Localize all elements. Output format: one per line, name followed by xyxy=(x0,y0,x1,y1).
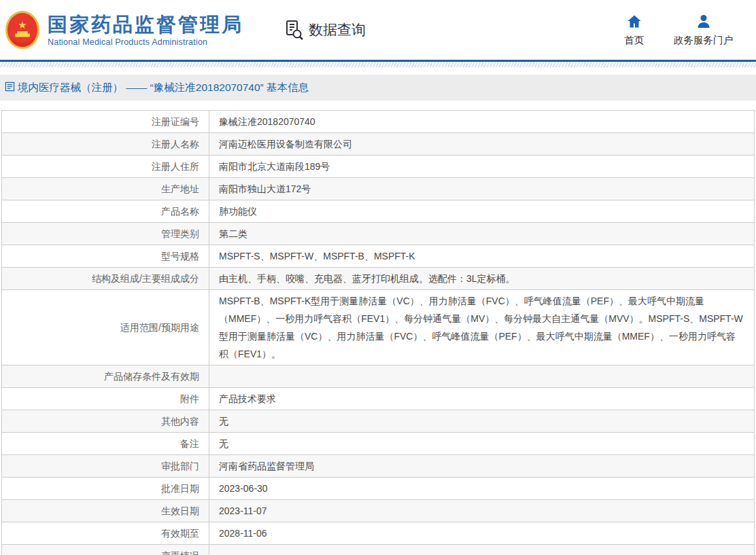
field-label: 生产地址 xyxy=(2,178,209,200)
field-label: 产品名称 xyxy=(2,200,209,223)
table-row: 备注 无 xyxy=(2,433,755,455)
table-row: 生产地址 南阳市独山大道172号 xyxy=(2,178,755,200)
field-value: 2023-06-30 xyxy=(209,478,755,500)
field-value: MSPFT-B、MSPFT-K型用于测量肺活量（VC）、用力肺活量（FVC）、呼… xyxy=(209,290,755,365)
table-row: 产品名称 肺功能仪 xyxy=(2,200,755,223)
field-value: 2028-11-06 xyxy=(209,522,755,545)
nav-service-portal[interactable]: 政务服务门户 xyxy=(674,14,733,47)
nav-home[interactable]: 首页 xyxy=(624,14,644,47)
field-value xyxy=(209,545,755,555)
document-search-icon xyxy=(283,19,305,41)
field-value: 2023-11-07 xyxy=(209,500,755,522)
field-label: 注册人住所 xyxy=(2,156,209,178)
form-icon xyxy=(5,82,15,94)
field-label: 注册证编号 xyxy=(2,111,209,133)
field-value: 肺功能仪 xyxy=(209,200,755,223)
table-row: 有效期至 2028-11-06 xyxy=(2,522,755,545)
page-title: 境内医疗器械（注册） —— “豫械注准20182070740” 基本信息 xyxy=(18,81,309,95)
table-row: 审批部门 河南省药品监督管理局 xyxy=(2,455,755,478)
header-nav: 首页 政务服务门户 xyxy=(624,14,733,47)
field-value xyxy=(209,365,755,388)
breadcrumb: 境内医疗器械（注册） —— “豫械注准20182070740” 基本信息 xyxy=(0,75,756,101)
field-value: 豫械注准20182070740 xyxy=(209,111,755,133)
field-label: 其他内容 xyxy=(2,410,209,433)
field-label: 附件 xyxy=(2,388,209,410)
field-value: 南阳市北京大道南段189号 xyxy=(209,156,755,178)
field-value: MSPFT-S、MSPFT-W、MSPFT-B、MSPFT-K xyxy=(209,245,755,268)
field-label: 生效日期 xyxy=(2,500,209,522)
field-label: 备注 xyxy=(2,433,209,455)
table-row: 批准日期 2023-06-30 xyxy=(2,478,755,500)
table-row: 管理类别 第二类 xyxy=(2,223,755,245)
field-label: 批准日期 xyxy=(2,478,209,500)
national-emblem-icon: ★ xyxy=(5,11,39,49)
header-hatch-rule xyxy=(0,62,756,67)
table-row: 型号规格 MSPFT-S、MSPFT-W、MSPFT-B、MSPFT-K xyxy=(2,245,755,268)
field-label: 有效期至 xyxy=(2,522,209,545)
data-query-section[interactable]: 数据查询 xyxy=(283,19,366,41)
field-label: 适用范围/预期用途 xyxy=(2,290,209,365)
user-icon xyxy=(695,14,712,30)
field-label: 产品储存条件及有效期 xyxy=(2,365,209,388)
field-label: 结构及组成/主要组成成分 xyxy=(2,268,209,290)
table-row: 变更情况 xyxy=(2,545,755,555)
table-row: 结构及组成/主要组成成分 由主机、手柄、咬嘴、充电器、蓝牙打印机组成。选配件：3… xyxy=(2,268,755,290)
nmpa-logo: ★ 国家药品监督管理局 National Medical Products Ad… xyxy=(5,11,243,49)
field-label: 型号规格 xyxy=(2,245,209,268)
device-info-table: 注册证编号 豫械注准20182070740 注册人名称 河南迈松医用设备制造有限… xyxy=(1,110,755,555)
field-value: 河南迈松医用设备制造有限公司 xyxy=(209,133,755,156)
home-icon xyxy=(625,14,643,30)
nav-home-label: 首页 xyxy=(624,34,644,47)
table-row: 生效日期 2023-11-07 xyxy=(2,500,755,522)
table-row: 注册证编号 豫械注准20182070740 xyxy=(2,111,755,133)
field-value: 由主机、手柄、咬嘴、充电器、蓝牙打印机组成。选配件：3L定标桶。 xyxy=(209,268,755,290)
site-subtitle: National Medical Products Administration xyxy=(48,37,243,47)
field-value: 第二类 xyxy=(209,223,755,245)
table-row: 附件 产品技术要求 xyxy=(2,388,755,410)
table-row: 产品储存条件及有效期 xyxy=(2,365,755,388)
field-value: 产品技术要求 xyxy=(209,388,755,410)
field-label: 管理类别 xyxy=(2,223,209,245)
site-title: 国家药品监督管理局 xyxy=(48,14,243,35)
field-label: 审批部门 xyxy=(2,455,209,478)
field-label: 变更情况 xyxy=(2,545,209,555)
field-label: 注册人名称 xyxy=(2,133,209,156)
table-row: 注册人名称 河南迈松医用设备制造有限公司 xyxy=(2,133,755,156)
field-value: 河南省药品监督管理局 xyxy=(209,455,755,478)
table-row: 注册人住所 南阳市北京大道南段189号 xyxy=(2,156,755,178)
table-row: 适用范围/预期用途 MSPFT-B、MSPFT-K型用于测量肺活量（VC）、用力… xyxy=(2,290,755,365)
table-row: 其他内容 无 xyxy=(2,410,755,433)
nav-service-portal-label: 政务服务门户 xyxy=(674,34,733,47)
field-value: 无 xyxy=(209,433,755,455)
field-value: 南阳市独山大道172号 xyxy=(209,178,755,200)
data-query-label: 数据查询 xyxy=(309,20,366,39)
site-header: ★ 国家药品监督管理局 National Medical Products Ad… xyxy=(0,0,756,60)
field-value: 无 xyxy=(209,410,755,433)
